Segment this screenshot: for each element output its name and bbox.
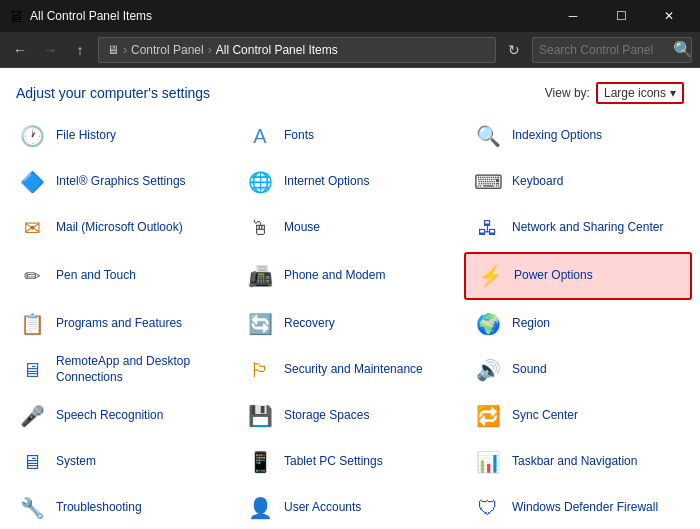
grid-item[interactable]: 🖧Network and Sharing Center <box>464 206 692 250</box>
search-input[interactable] <box>539 43 669 57</box>
grid-item[interactable]: 🔍Indexing Options <box>464 114 692 158</box>
grid-item[interactable]: 🔄Recovery <box>236 302 464 346</box>
grid-item[interactable]: 🖥System <box>8 440 236 484</box>
grid-item[interactable]: 🔧Troubleshooting <box>8 486 236 529</box>
view-by-value: Large icons <box>604 86 666 100</box>
grid-item[interactable]: ✉Mail (Microsoft Outlook) <box>8 206 236 250</box>
grid-item[interactable]: 👤User Accounts <box>236 486 464 529</box>
view-by-control: View by: Large icons ▾ <box>545 82 684 104</box>
item-icon: 🛡 <box>472 492 504 524</box>
item-icon: 🏳 <box>244 354 276 386</box>
item-icon: 🖥 <box>16 354 48 386</box>
grid-item[interactable]: 🔊Sound <box>464 348 692 392</box>
item-icon: 🕐 <box>16 120 48 152</box>
item-label: Speech Recognition <box>56 408 163 424</box>
grid-item[interactable]: 🔷Intel® Graphics Settings <box>8 160 236 204</box>
item-icon: ⌨ <box>472 166 504 198</box>
grid-item[interactable]: 🛡Windows Defender Firewall <box>464 486 692 529</box>
item-label: File History <box>56 128 116 144</box>
item-label: Storage Spaces <box>284 408 369 424</box>
item-label: Taskbar and Navigation <box>512 454 637 470</box>
item-label: Phone and Modem <box>284 268 385 284</box>
item-label: Intel® Graphics Settings <box>56 174 186 190</box>
item-label: Troubleshooting <box>56 500 142 516</box>
item-label: Power Options <box>514 268 593 284</box>
item-icon: 🖧 <box>472 212 504 244</box>
grid-item[interactable]: 🔁Sync Center <box>464 394 692 438</box>
grid-item[interactable]: 🌐Internet Options <box>236 160 464 204</box>
item-label: RemoteApp and Desktop Connections <box>56 354 228 385</box>
grid-item[interactable]: ⚡Power Options <box>464 252 692 300</box>
item-label: Region <box>512 316 550 332</box>
item-icon: ⚡ <box>474 260 506 292</box>
breadcrumb-control-panel[interactable]: Control Panel <box>131 43 204 57</box>
item-icon: 🌐 <box>244 166 276 198</box>
item-icon: 🔊 <box>472 354 504 386</box>
item-icon: 📋 <box>16 308 48 340</box>
item-icon: 💾 <box>244 400 276 432</box>
grid-item[interactable]: 💾Storage Spaces <box>236 394 464 438</box>
grid-item[interactable]: 🏳Security and Maintenance <box>236 348 464 392</box>
item-label: Mail (Microsoft Outlook) <box>56 220 183 236</box>
item-label: Indexing Options <box>512 128 602 144</box>
grid-item[interactable]: 🖥RemoteApp and Desktop Connections <box>8 348 236 392</box>
window-controls: ─ ☐ ✕ <box>550 0 692 32</box>
window-title: All Control Panel Items <box>30 9 152 23</box>
item-label: Sound <box>512 362 547 378</box>
close-button[interactable]: ✕ <box>646 0 692 32</box>
item-label: Programs and Features <box>56 316 182 332</box>
grid-item[interactable]: 📊Taskbar and Navigation <box>464 440 692 484</box>
search-icon: 🔍 <box>673 40 693 59</box>
refresh-button[interactable]: ↻ <box>502 38 526 62</box>
item-icon: ✉ <box>16 212 48 244</box>
item-label: User Accounts <box>284 500 361 516</box>
item-icon: ✏ <box>16 260 48 292</box>
grid-item[interactable]: 🌍Region <box>464 302 692 346</box>
item-icon: 📠 <box>244 260 276 292</box>
item-label: Fonts <box>284 128 314 144</box>
item-label: Pen and Touch <box>56 268 136 284</box>
view-by-dropdown[interactable]: Large icons ▾ <box>596 82 684 104</box>
item-label: Keyboard <box>512 174 563 190</box>
grid-item[interactable]: 📱Tablet PC Settings <box>236 440 464 484</box>
grid-item[interactable]: 🕐File History <box>8 114 236 158</box>
breadcrumb-home-icon: 🖥 <box>107 43 119 57</box>
address-bar: ← → ↑ 🖥 › Control Panel › All Control Pa… <box>0 32 700 68</box>
item-label: Security and Maintenance <box>284 362 423 378</box>
minimize-button[interactable]: ─ <box>550 0 596 32</box>
grid-item[interactable]: 🎤Speech Recognition <box>8 394 236 438</box>
back-button[interactable]: ← <box>8 38 32 62</box>
item-icon: 🔧 <box>16 492 48 524</box>
content-header: Adjust your computer's settings View by:… <box>0 68 700 110</box>
item-icon: 📱 <box>244 446 276 478</box>
grid-item[interactable]: 📋Programs and Features <box>8 302 236 346</box>
item-label: System <box>56 454 96 470</box>
address-input[interactable]: 🖥 › Control Panel › All Control Panel It… <box>98 37 496 63</box>
item-icon: 👤 <box>244 492 276 524</box>
forward-button[interactable]: → <box>38 38 62 62</box>
item-icon: 🔍 <box>472 120 504 152</box>
item-icon: 🎤 <box>16 400 48 432</box>
search-box[interactable]: 🔍 <box>532 37 692 63</box>
item-label: Windows Defender Firewall <box>512 500 658 516</box>
grid-item[interactable]: ⌨Keyboard <box>464 160 692 204</box>
grid-item[interactable]: AFonts <box>236 114 464 158</box>
grid-item[interactable]: 📠Phone and Modem <box>236 252 464 300</box>
view-by-label: View by: <box>545 86 590 100</box>
maximize-button[interactable]: ☐ <box>598 0 644 32</box>
item-icon: 📊 <box>472 446 504 478</box>
breadcrumb-current: All Control Panel Items <box>216 43 338 57</box>
item-label: Sync Center <box>512 408 578 424</box>
grid-item[interactable]: 🖱Mouse <box>236 206 464 250</box>
title-bar: 🖥 All Control Panel Items ─ ☐ ✕ <box>0 0 700 32</box>
app-icon: 🖥 <box>8 8 24 24</box>
chevron-down-icon: ▾ <box>670 86 676 100</box>
control-panel-grid: 🕐File HistoryAFonts🔍Indexing Options🔷Int… <box>0 110 700 529</box>
grid-item[interactable]: ✏Pen and Touch <box>8 252 236 300</box>
main-content: Adjust your computer's settings View by:… <box>0 68 700 529</box>
up-button[interactable]: ↑ <box>68 38 92 62</box>
item-icon: 🔄 <box>244 308 276 340</box>
item-label: Network and Sharing Center <box>512 220 663 236</box>
item-label: Recovery <box>284 316 335 332</box>
item-icon: 🔷 <box>16 166 48 198</box>
